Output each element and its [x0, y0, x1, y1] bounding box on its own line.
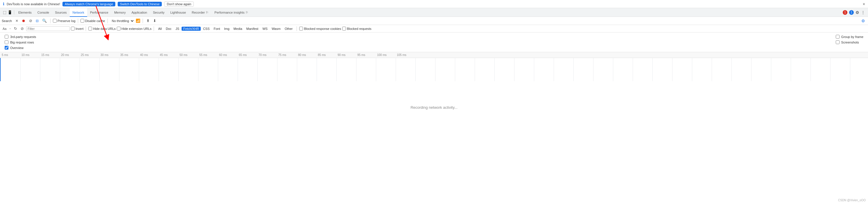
more-icon[interactable]: ⋮ [861, 10, 865, 15]
preserve-log-checkbox[interactable]: Preserve log [53, 19, 75, 23]
timeline-ruler: 5 ms10 ms15 ms20 ms25 ms30 ms35 ms40 ms4… [0, 52, 868, 58]
download-icon: ⬇ [153, 19, 156, 23]
settings-left: 3rd-party requests Big request rows Over… [5, 35, 36, 49]
ruler-tick: 50 ms [179, 54, 199, 57]
ruler-tick: 30 ms [100, 54, 120, 57]
hide-data-urls-checkbox[interactable]: Hide data URLs [88, 27, 116, 30]
third-party-checkbox[interactable]: 3rd-party requests [5, 35, 36, 39]
device-icon[interactable]: 📱 [7, 10, 12, 14]
overview-checkbox[interactable]: Overview [5, 46, 36, 49]
type-btn-ws[interactable]: WS [260, 27, 269, 31]
clear-button[interactable]: ⊘ [28, 18, 33, 24]
tab-sources[interactable]: Sources [52, 8, 69, 17]
type-btn-manifest[interactable]: Manifest [245, 27, 260, 31]
switch-devtools-button[interactable]: Switch DevTools to Chinese [118, 2, 162, 6]
toolbar-row: Search ✕ ⏺ ⊘ ⊟ 🔍 Preserve log Disable ca… [0, 17, 868, 25]
always-match-button[interactable]: Always match Chrome's language [62, 2, 115, 6]
aa-button[interactable]: Aa [2, 27, 7, 31]
ruler-tick: 105 ms [396, 54, 416, 57]
ruler-tick: 10 ms [21, 54, 41, 57]
search-icon: 🔍 [42, 19, 47, 23]
download-button[interactable]: ⬇ [152, 18, 157, 24]
gear-icon: ⚙ [861, 19, 865, 23]
wifi-icon[interactable]: 📶 [136, 19, 140, 23]
tab-performance[interactable]: Performance [87, 8, 111, 17]
invert-checkbox[interactable]: Invert [71, 27, 84, 30]
notification-bar: ℹ DevTools is now available in Chinese! … [0, 0, 868, 8]
type-btn-js[interactable]: JS [174, 27, 181, 31]
tab-elements[interactable]: Elements [16, 8, 35, 17]
type-btn-font[interactable]: Font [212, 27, 222, 31]
ruler-tick: 55 ms [199, 54, 218, 57]
filter-clear-button[interactable]: ⊘ [20, 26, 25, 31]
ruler-tick: 20 ms [60, 54, 80, 57]
search-close-button[interactable]: ✕ [14, 18, 20, 24]
toolbar-separator-3 [107, 19, 108, 23]
type-btn-wasm[interactable]: Wasm [270, 27, 282, 31]
toolbar-separator-4 [143, 19, 143, 23]
dot-button[interactable]: · [8, 26, 11, 32]
record-stop-button[interactable]: ⏺ [21, 18, 27, 24]
settings-icon[interactable]: ⚙ [856, 10, 859, 15]
dont-show-again-button[interactable]: Don't show again [164, 1, 194, 7]
upload-icon: ⬆ [147, 19, 150, 23]
recording-area: Recording network activity... [0, 81, 868, 133]
tab-security[interactable]: Security [150, 8, 167, 17]
big-rows-checkbox[interactable]: Big request rows [5, 40, 36, 44]
ruler-tick: 90 ms [337, 54, 357, 57]
settings-panel: 3rd-party requests Big request rows Over… [0, 32, 868, 52]
type-btn-css[interactable]: CSS [201, 27, 212, 31]
type-btn-media[interactable]: Media [232, 27, 244, 31]
screenshots-checkbox[interactable]: Screenshots [836, 40, 863, 44]
upload-button[interactable]: ⬆ [145, 18, 151, 24]
disable-cache-checkbox[interactable]: Disable cache [81, 19, 105, 23]
notif-close-button[interactable]: × [863, 2, 865, 6]
ruler-tick: 95 ms [357, 54, 376, 57]
search-label: Search [2, 19, 12, 23]
group-frame-checkbox[interactable]: Group by frame [836, 35, 863, 39]
type-btn-all[interactable]: All [156, 27, 163, 31]
clear-icon: ⊘ [29, 19, 32, 23]
tab-right-icons: 1 1 ⚙ ⋮ [843, 10, 867, 15]
throttle-select[interactable]: No throttling Fast 3G Slow 3G Offline [110, 19, 134, 23]
filter-icon: ⊟ [36, 19, 39, 23]
search-toggle-button[interactable]: 🔍 [41, 18, 48, 24]
filter-clear-icon: ⊘ [21, 26, 24, 31]
type-btn-doc[interactable]: Doc [164, 27, 174, 31]
ruler-tick: 15 ms [41, 54, 60, 57]
error-badge: 1 [843, 10, 847, 15]
blocked-cookies-checkbox[interactable]: Blocked response cookies [299, 27, 341, 30]
type-btn-img[interactable]: Img [222, 27, 231, 31]
reload-button[interactable]: ↻ [13, 26, 18, 31]
inspect-icon[interactable]: ⬚ [3, 10, 6, 14]
ruler-tick: 75 ms [278, 54, 298, 57]
ruler-tick: 80 ms [298, 54, 317, 57]
type-btn-other[interactable]: Other [283, 27, 294, 31]
tab-application[interactable]: Application [129, 8, 150, 17]
filter-separator-2 [154, 26, 154, 31]
blocked-requests-checkbox[interactable]: Blocked requests [342, 27, 371, 30]
tab-perf-insights[interactable]: Performance insights ⚐ [212, 8, 251, 17]
filter-input[interactable] [26, 26, 70, 31]
info-icon: ℹ [3, 2, 4, 6]
tabs-row: ⬚ 📱 Elements Console Sources Network Per… [0, 8, 868, 17]
tab-recorder[interactable]: Recorder ⚐ [189, 8, 212, 17]
ruler-tick: 45 ms [159, 54, 179, 57]
filter-button[interactable]: ⊟ [35, 18, 40, 24]
ruler-tick: 40 ms [140, 54, 159, 57]
notif-text: DevTools is now available in Chinese! [7, 2, 60, 6]
tab-lighthouse[interactable]: Lighthouse [167, 8, 189, 17]
tab-network[interactable]: Network [70, 8, 87, 17]
network-settings-button[interactable]: ⚙ [860, 18, 866, 24]
filter-row: Aa · ↻ ⊘ Invert Hide data URLs Hide exte… [0, 25, 868, 32]
filter-separator-3 [297, 26, 297, 31]
tab-console[interactable]: Console [35, 8, 52, 17]
ruler-tick: 65 ms [238, 54, 258, 57]
stop-icon: ⏺ [22, 19, 26, 23]
info-badge: 1 [849, 10, 854, 15]
ruler-tick: 25 ms [80, 54, 100, 57]
hide-ext-urls-checkbox[interactable]: Hide extension URLs [117, 27, 151, 30]
tab-memory[interactable]: Memory [111, 8, 129, 17]
type-btn-fetch[interactable]: Fetch/XHR [182, 27, 201, 31]
type-buttons: AllDocJSFetch/XHRCSSFontImgMediaManifest… [156, 27, 294, 31]
